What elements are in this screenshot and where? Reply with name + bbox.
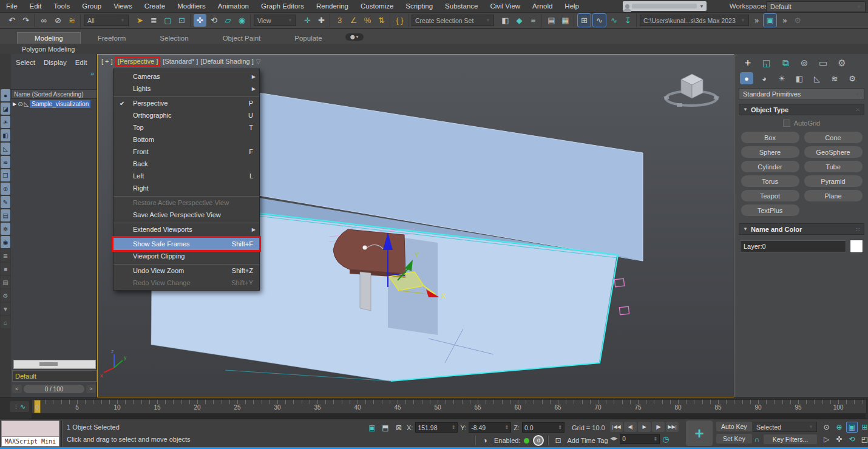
add-time-tag-button[interactable]: Add Time Tag <box>567 437 608 444</box>
name-column-header[interactable]: Name (Sorted Ascending) <box>11 89 97 99</box>
menu-item[interactable]: Edit <box>24 0 48 12</box>
menu-item[interactable]: Help <box>558 0 585 12</box>
menu-item[interactable]: File <box>0 0 24 12</box>
workspace-dropdown[interactable]: Default ▼ <box>766 1 866 12</box>
expand-arrow-icon[interactable]: ▶ <box>13 101 16 107</box>
unlink-selection-icon[interactable]: ⊘ <box>52 14 64 27</box>
context-menu-item[interactable]: ✔ Show Safe Frames Shift+F ▶ <box>114 238 259 250</box>
context-menu-item[interactable]: ✔ Orthographic U ▶ <box>114 109 259 121</box>
z-coordinate-field[interactable]: 0.0⇕ <box>522 422 565 433</box>
object-name-field[interactable]: Layer:0 <box>740 240 846 252</box>
display-cameras-icon[interactable]: ◧ <box>1 129 10 141</box>
context-menu-item[interactable]: ✔ Perspective P ▶ <box>114 97 259 109</box>
zoom-extents-icon[interactable]: ▣ <box>846 422 858 433</box>
context-menu-item[interactable]: ✔ Save Active Perspective View ▶ <box>114 209 259 221</box>
orbit-icon[interactable]: ⟲ <box>846 434 858 445</box>
set-keys-button[interactable]: + <box>686 420 713 446</box>
object-type-button[interactable]: Teapot <box>741 190 799 201</box>
viewport-renderer-label[interactable]: [Standard* ] <box>163 58 198 65</box>
display-spacewarps-icon[interactable]: ≋ <box>1 156 10 168</box>
desk-top[interactable] <box>333 229 405 274</box>
align-icon[interactable]: ◆ <box>513 14 526 27</box>
object-type-button[interactable]: Torus <box>741 175 799 187</box>
reference-coordinate-dropdown[interactable]: View▼ <box>254 15 296 26</box>
ribbon-tab[interactable]: Modeling <box>17 32 81 44</box>
display-helpers-icon[interactable]: ◺ <box>1 143 10 155</box>
menu-item[interactable]: Create <box>138 0 172 12</box>
play-button[interactable]: ▶ <box>638 422 651 432</box>
y-coordinate-field[interactable]: -8.49⇕ <box>469 422 511 433</box>
toolbar-overflow-button[interactable]: » <box>752 16 760 25</box>
cameras-category-icon[interactable]: ◧ <box>793 72 806 84</box>
container-icon[interactable]: ⌂ <box>1 316 10 328</box>
mirror-icon[interactable]: ◧ <box>499 14 512 27</box>
absolute-offset-toggle-icon[interactable]: ⊠ <box>393 423 404 433</box>
context-menu-item[interactable]: ✔ Right ▶ <box>114 182 259 194</box>
menu-item[interactable]: Arnold <box>526 0 558 12</box>
context-menu-item[interactable]: ✔ Cameras ▶ <box>114 70 259 83</box>
pan-icon[interactable]: ✜ <box>833 434 845 445</box>
mouse-object[interactable] <box>363 246 367 250</box>
key-selection-dropdown[interactable]: Selected▼ <box>753 422 817 432</box>
utilities-tab-icon[interactable]: ⚙ <box>835 57 849 69</box>
color-swatch-icon[interactable]: ■ <box>1 263 10 275</box>
current-frame-field[interactable]: 0⇕ <box>620 434 660 444</box>
render-production-icon[interactable]: ⚙ <box>791 14 804 27</box>
menu-item[interactable]: Scripting <box>399 0 439 12</box>
object-type-button[interactable]: Cone <box>804 132 863 143</box>
selection-lock-icon[interactable]: ⬒ <box>380 423 391 433</box>
filter-funnel-icon[interactable]: ▼ <box>1 303 10 315</box>
context-menu-item[interactable]: ✔ Viewport Clipping ▶ <box>114 250 259 262</box>
select-and-rotate-icon[interactable]: ⟲ <box>208 14 220 27</box>
visibility-eye-icon[interactable]: ⊙ <box>18 101 22 107</box>
selection-filter-dropdown[interactable]: All▼ <box>84 15 129 26</box>
object-type-button[interactable]: Plane <box>804 190 863 201</box>
context-menu-item[interactable]: ✔ Top T ▶ <box>114 121 259 133</box>
fov-icon[interactable]: ▷ <box>821 434 832 445</box>
zoom-icon[interactable]: ⊙ <box>821 422 832 433</box>
object-type-rollout[interactable]: ▼ Object Type ⁙ <box>739 104 864 115</box>
ribbon-tab[interactable]: Object Paint <box>206 33 278 44</box>
display-shapes-icon[interactable]: ◪ <box>1 103 10 115</box>
primitive-category-dropdown[interactable]: Standard Primitives▼ <box>739 88 864 100</box>
frame-badge[interactable]: 0 <box>533 435 544 446</box>
select-by-name-icon[interactable]: ≣ <box>147 14 160 27</box>
menu-item[interactable]: Animation <box>212 0 255 12</box>
name-and-color-rollout[interactable]: ▼ Name and Color ⁙ <box>739 223 864 235</box>
maximize-viewport-icon[interactable]: ◰ <box>859 434 868 445</box>
context-menu-item[interactable]: ✔ Undo View Zoom Shift+Z ▶ <box>114 265 259 277</box>
ribbon-tab[interactable]: Selection <box>143 33 205 44</box>
toggle-layer-explorer-icon[interactable]: ▦ <box>559 14 572 27</box>
display-containers-icon[interactable]: ▤ <box>1 209 10 221</box>
scene-explorer-menu-item[interactable]: Display <box>44 59 67 66</box>
time-ruler[interactable]: 0510152025303540455055606570758085909510… <box>32 399 867 414</box>
context-menu-item[interactable]: ✔ Bottom ▶ <box>114 133 259 146</box>
menu-item[interactable]: Views <box>107 0 138 12</box>
display-hidden-icon[interactable]: ◉ <box>1 236 10 248</box>
geometry-category-icon[interactable]: ● <box>740 72 753 84</box>
x-coordinate-field[interactable]: 151.98⇕ <box>415 422 458 433</box>
material-editor-icon[interactable]: ∿ <box>608 14 620 27</box>
select-and-manipulate-icon[interactable]: ✚ <box>315 14 328 27</box>
autogrid-checkbox[interactable] <box>783 120 790 127</box>
object-type-button[interactable]: GeoSphere <box>804 146 863 158</box>
create-tab-icon[interactable]: + <box>741 57 754 69</box>
frame-range-display[interactable]: 0 / 100 <box>24 385 84 393</box>
sort-list-icon[interactable]: ≣ <box>1 249 10 262</box>
select-and-place-icon[interactable]: ◉ <box>236 14 248 27</box>
context-menu-item[interactable]: ✔ Left L ▶ <box>114 170 259 182</box>
ribbon-tab[interactable]: Freeform <box>81 33 143 44</box>
percent-snap-icon[interactable]: % <box>361 14 374 27</box>
account-button[interactable]: ▼ <box>623 1 707 11</box>
set-key-button[interactable]: Set Key <box>716 434 752 444</box>
key-step-icon[interactable]: ◀▶ <box>610 436 617 441</box>
context-menu-item[interactable]: ✔ Extended Viewports ▶ <box>114 223 259 235</box>
display-xrefs-icon[interactable]: ⊕ <box>1 183 10 195</box>
edit-named-selection-sets-icon[interactable]: { } <box>393 14 406 27</box>
scene-explorer-menu-item[interactable]: Edit <box>75 59 87 66</box>
menu-item[interactable]: Customize <box>354 0 399 12</box>
quick-align-icon[interactable]: ≡ <box>527 14 540 27</box>
project-folder-dropdown[interactable]: C:\Users\kunal...s\3ds Max 2023▼ <box>640 15 749 26</box>
rect-selection-region-icon[interactable]: ▢ <box>161 14 174 27</box>
object-type-button[interactable]: TextPlus <box>741 204 799 216</box>
